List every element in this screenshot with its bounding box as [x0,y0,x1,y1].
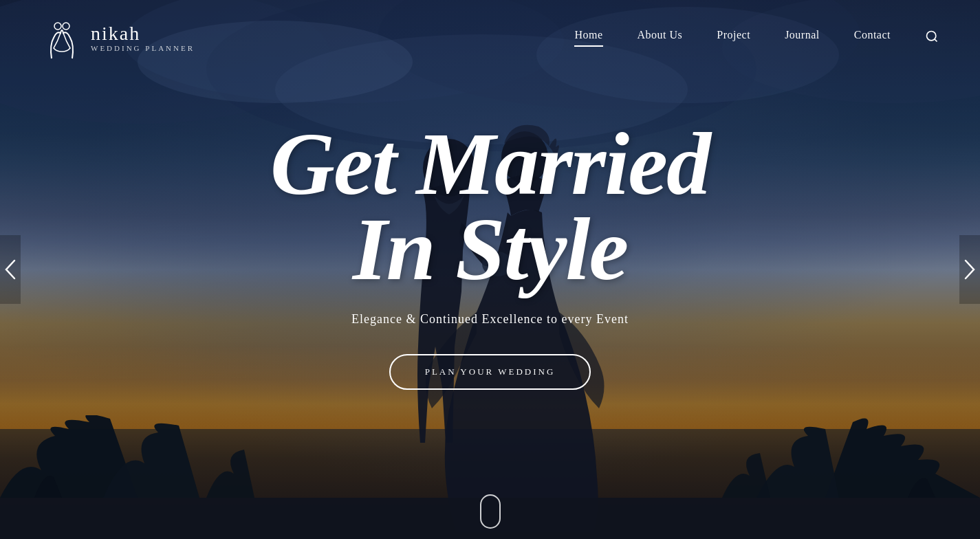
nav-about[interactable]: About Us [638,29,683,47]
nav-links: Home About Us Project Journal Contact [574,29,939,47]
brand-name: nikah [91,23,195,45]
brand-sub: Wedding Planner [91,44,195,52]
logo-icon [41,14,83,62]
logo[interactable]: nikah Wedding Planner [41,14,195,62]
prev-slide-button[interactable] [0,235,21,304]
scroll-oval [480,494,501,529]
svg-point-14 [927,31,936,40]
nav-journal[interactable]: Journal [785,29,820,47]
nav-project[interactable]: Project [717,29,750,47]
nav-home[interactable]: Home [574,29,602,47]
hero-title-line2: In Style [181,207,800,292]
logo-text: nikah Wedding Planner [91,23,195,53]
hero-section: nikah Wedding Planner Home About Us Proj… [0,0,980,539]
hero-title: Get Married In Style [181,122,800,292]
search-icon[interactable] [925,30,939,47]
plan-wedding-button[interactable]: PLAN YOUR WEDDING [389,354,591,390]
navbar: nikah Wedding Planner Home About Us Proj… [0,0,980,76]
svg-point-12 [54,23,61,30]
scroll-indicator [480,494,501,529]
next-slide-button[interactable] [959,235,980,304]
hero-content: Get Married In Style Elegance & Continue… [181,122,800,390]
hero-title-line1: Get Married [181,122,800,207]
svg-point-13 [63,23,69,30]
hero-subtitle: Elegance & Continued Excellence to every… [181,312,800,327]
nav-contact[interactable]: Contact [854,29,891,47]
